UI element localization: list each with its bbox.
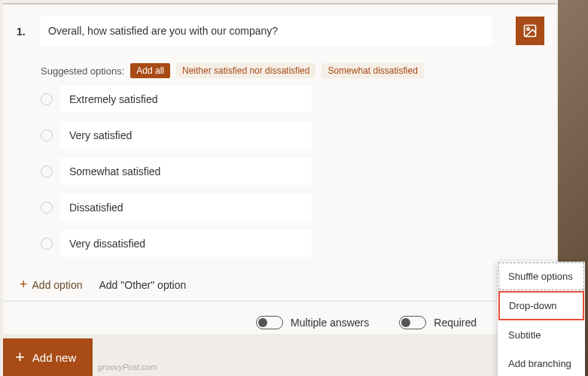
required-label: Required xyxy=(434,317,477,329)
multiple-answers-label: Multiple answers xyxy=(291,317,369,329)
option-row xyxy=(41,158,312,185)
insert-media-button[interactable] xyxy=(516,17,544,45)
required-toggle[interactable]: Required xyxy=(399,316,477,329)
suggestion-chip[interactable]: Neither satisfied nor dissatisfied xyxy=(176,63,315,78)
plus-icon: + xyxy=(20,277,28,293)
multiple-answers-toggle[interactable]: Multiple answers xyxy=(256,316,369,329)
toggle-switch-icon xyxy=(256,316,283,329)
option-row xyxy=(41,86,312,113)
divider xyxy=(3,301,556,302)
add-all-chip[interactable]: Add all xyxy=(130,63,170,78)
watermark: groovyPost.com xyxy=(98,362,157,371)
add-new-label: Add new xyxy=(32,351,76,364)
radio-icon xyxy=(41,93,53,105)
add-option-row: + Add option Add "Other" option xyxy=(20,277,186,293)
add-new-button[interactable]: + Add new xyxy=(3,338,93,376)
question-number: 1. xyxy=(17,26,26,38)
option-input[interactable] xyxy=(60,230,312,257)
question-card: 1. Suggested options: Add all Neither sa… xyxy=(3,3,556,334)
radio-icon xyxy=(41,129,53,141)
toggle-switch-icon xyxy=(399,316,426,329)
add-option-button[interactable]: + Add option xyxy=(20,277,82,293)
suggested-label: Suggested options: xyxy=(41,65,124,77)
add-other-button[interactable]: Add "Other" option xyxy=(99,279,186,291)
radio-icon xyxy=(41,238,53,250)
option-input[interactable] xyxy=(60,158,312,185)
radio-icon xyxy=(41,165,53,177)
menu-add-branching[interactable]: Add branching xyxy=(498,350,584,376)
option-input[interactable] xyxy=(60,122,312,149)
suggested-options-row: Suggested options: Add all Neither satis… xyxy=(41,63,424,78)
menu-drop-down[interactable]: Drop-down xyxy=(498,291,584,320)
option-row xyxy=(41,194,312,221)
menu-subtitle[interactable]: Subtitle xyxy=(498,321,584,349)
svg-point-1 xyxy=(527,28,529,30)
image-icon xyxy=(522,23,538,38)
add-option-label: Add option xyxy=(32,279,83,291)
radio-icon xyxy=(41,202,53,214)
menu-shuffle-options[interactable]: Shuffle options xyxy=(498,262,584,290)
question-text-input[interactable] xyxy=(41,16,492,46)
more-options-menu: Shuffle options Drop-down Subtitle Add b… xyxy=(498,262,585,376)
option-input[interactable] xyxy=(60,194,312,221)
option-row xyxy=(41,122,312,149)
option-row xyxy=(41,230,312,257)
option-input[interactable] xyxy=(60,86,312,113)
plus-icon: + xyxy=(15,347,25,367)
suggestion-chip[interactable]: Somewhat dissatisfied xyxy=(321,63,423,78)
options-list xyxy=(41,86,312,266)
